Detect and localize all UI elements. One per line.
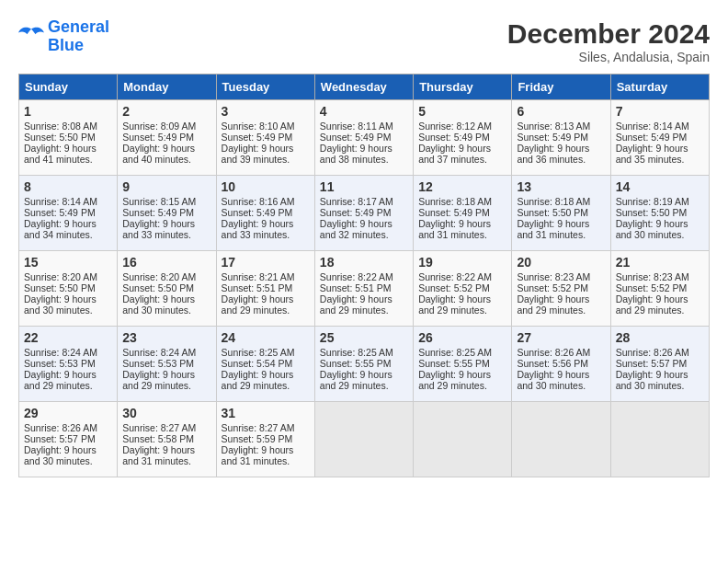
day-info-line: and 32 minutes. (320, 229, 408, 240)
day-number: 18 (320, 255, 408, 270)
day-number: 13 (517, 179, 605, 194)
day-info-line: Sunset: 5:50 PM (616, 207, 704, 218)
calendar-cell (610, 402, 709, 477)
day-info-line: Daylight: 9 hours (222, 218, 310, 229)
day-number: 20 (517, 255, 605, 270)
day-info-line: and 29 minutes. (320, 304, 408, 316)
calendar-week-2: 8Sunrise: 8:14 AMSunset: 5:49 PMDaylight… (19, 176, 710, 251)
calendar-cell: 20Sunrise: 8:23 AMSunset: 5:52 PMDayligh… (512, 251, 610, 327)
day-info-line: Sunset: 5:52 PM (418, 282, 506, 293)
day-info-line: Daylight: 9 hours (222, 444, 310, 455)
calendar-cell: 28Sunrise: 8:26 AMSunset: 5:57 PMDayligh… (610, 327, 709, 402)
day-info-line: Daylight: 9 hours (24, 444, 112, 455)
calendar-cell: 16Sunrise: 8:20 AMSunset: 5:50 PMDayligh… (118, 251, 216, 327)
day-info-line: Daylight: 9 hours (517, 143, 605, 154)
day-info-line: and 31 minutes. (418, 229, 506, 240)
calendar-cell: 10Sunrise: 8:16 AMSunset: 5:49 PMDayligh… (216, 176, 314, 251)
day-info-line: Sunrise: 8:10 AM (222, 121, 310, 132)
day-info-line: Sunset: 5:57 PM (24, 433, 112, 444)
day-info-line: Sunset: 5:53 PM (24, 358, 112, 369)
day-number: 22 (24, 330, 112, 345)
day-info-line: Sunrise: 8:21 AM (222, 271, 310, 282)
day-info-line: Sunset: 5:49 PM (222, 132, 310, 143)
day-info-line: Sunrise: 8:27 AM (222, 422, 310, 433)
calendar-cell: 21Sunrise: 8:23 AMSunset: 5:52 PMDayligh… (610, 251, 709, 327)
day-info-line: Daylight: 9 hours (418, 218, 506, 229)
day-info-line: and 29 minutes. (122, 380, 210, 391)
weekday-header-row: SundayMondayTuesdayWednesdayThursdayFrid… (19, 75, 710, 100)
calendar-cell: 27Sunrise: 8:26 AMSunset: 5:56 PMDayligh… (512, 327, 610, 402)
calendar-table: SundayMondayTuesdayWednesdayThursdayFrid… (18, 74, 710, 477)
calendar-cell: 19Sunrise: 8:22 AMSunset: 5:52 PMDayligh… (414, 251, 512, 327)
day-info-line: Sunrise: 8:20 AM (24, 271, 112, 282)
calendar-cell: 13Sunrise: 8:18 AMSunset: 5:50 PMDayligh… (512, 176, 610, 251)
day-info-line: Sunrise: 8:22 AM (418, 271, 506, 282)
day-info-line: Daylight: 9 hours (320, 143, 408, 154)
day-info-line: Daylight: 9 hours (320, 218, 408, 229)
day-info-line: and 34 minutes. (24, 229, 112, 240)
logo-general: General (48, 17, 109, 36)
day-number: 3 (222, 104, 310, 119)
day-info-line: Sunrise: 8:18 AM (517, 196, 605, 207)
day-info-line: Sunrise: 8:24 AM (24, 347, 112, 358)
day-info-line: Daylight: 9 hours (122, 218, 210, 229)
day-info-line: Sunrise: 8:26 AM (24, 422, 112, 433)
day-number: 30 (122, 406, 210, 420)
day-info-line: Sunset: 5:57 PM (616, 358, 704, 369)
day-number: 4 (320, 104, 408, 119)
calendar-week-1: 1Sunrise: 8:08 AMSunset: 5:50 PMDaylight… (19, 100, 710, 176)
day-info-line: Sunset: 5:49 PM (616, 132, 704, 143)
day-info-line: and 36 minutes. (517, 154, 605, 165)
day-info-line: Daylight: 9 hours (122, 444, 210, 455)
day-info-line: Daylight: 9 hours (517, 369, 605, 380)
day-number: 21 (616, 255, 704, 270)
day-info-line: and 30 minutes. (24, 304, 112, 316)
day-info-line: Daylight: 9 hours (418, 369, 506, 380)
day-info-line: Daylight: 9 hours (616, 369, 704, 380)
day-number: 27 (517, 330, 605, 345)
day-info-line: Sunset: 5:49 PM (222, 207, 310, 218)
day-info-line: Sunrise: 8:26 AM (517, 347, 605, 358)
day-info-line: Daylight: 9 hours (24, 369, 112, 380)
day-info-line: Daylight: 9 hours (320, 369, 408, 380)
calendar-subtitle: Siles, Andalusia, Spain (507, 50, 710, 64)
day-info-line: Sunset: 5:51 PM (222, 282, 310, 293)
weekday-header-friday: Friday (512, 75, 610, 100)
day-info-line: Sunset: 5:52 PM (517, 282, 605, 293)
day-info-line: Sunrise: 8:23 AM (616, 271, 704, 282)
day-info-line: Sunset: 5:55 PM (320, 358, 408, 369)
day-info-line: Daylight: 9 hours (616, 293, 704, 304)
day-info-line: Sunrise: 8:11 AM (320, 121, 408, 132)
day-info-line: Sunset: 5:58 PM (122, 433, 210, 444)
weekday-header-sunday: Sunday (19, 75, 118, 100)
calendar-cell: 12Sunrise: 8:18 AMSunset: 5:49 PMDayligh… (414, 176, 512, 251)
day-info-line: Daylight: 9 hours (616, 218, 704, 229)
calendar-cell: 30Sunrise: 8:27 AMSunset: 5:58 PMDayligh… (118, 402, 216, 477)
weekday-header-wednesday: Wednesday (314, 75, 413, 100)
weekday-header-monday: Monday (118, 75, 216, 100)
day-info-line: Sunset: 5:52 PM (616, 282, 704, 293)
day-number: 9 (122, 179, 210, 194)
day-info-line: and 30 minutes. (122, 304, 210, 316)
day-info-line: and 30 minutes. (24, 455, 112, 466)
day-info-line: and 40 minutes. (122, 154, 210, 165)
calendar-cell: 31Sunrise: 8:27 AMSunset: 5:59 PMDayligh… (216, 402, 314, 477)
day-number: 23 (122, 330, 210, 345)
day-info-line: and 29 minutes. (320, 380, 408, 391)
day-number: 8 (24, 179, 112, 194)
day-number: 1 (24, 104, 112, 119)
day-number: 11 (320, 179, 408, 194)
calendar-cell: 11Sunrise: 8:17 AMSunset: 5:49 PMDayligh… (314, 176, 413, 251)
day-info-line: Sunset: 5:50 PM (517, 207, 605, 218)
day-info-line: and 35 minutes. (616, 154, 704, 165)
day-number: 24 (222, 330, 310, 345)
calendar-cell: 8Sunrise: 8:14 AMSunset: 5:49 PMDaylight… (19, 176, 118, 251)
day-number: 6 (517, 104, 605, 119)
day-info-line: Sunrise: 8:26 AM (616, 347, 704, 358)
day-info-line: Daylight: 9 hours (24, 143, 112, 154)
day-info-line: Sunset: 5:49 PM (122, 132, 210, 143)
calendar-cell (414, 402, 512, 477)
day-number: 7 (616, 104, 704, 119)
day-info-line: and 29 minutes. (616, 304, 704, 316)
calendar-cell: 5Sunrise: 8:12 AMSunset: 5:49 PMDaylight… (414, 100, 512, 176)
